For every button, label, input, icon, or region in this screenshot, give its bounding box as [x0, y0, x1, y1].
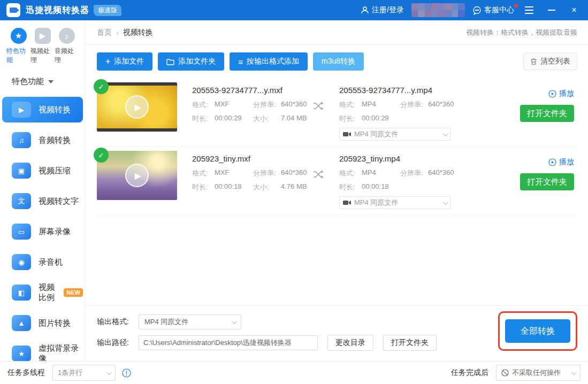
tab-video-processing-label: 视频处理	[30, 47, 55, 65]
output-format-value: MP4 同原文件	[354, 129, 398, 139]
play-label: 播放	[559, 89, 574, 98]
breadcrumb-home[interactable]: 首页	[97, 28, 112, 37]
global-format-value: MP4 同原文件	[144, 317, 188, 327]
chevron-down-icon	[443, 199, 448, 205]
sidebar-section-header[interactable]: 特色功能	[0, 70, 85, 92]
play-link[interactable]: 播放	[548, 157, 574, 167]
breadcrumb-current: 视频转换	[123, 28, 153, 37]
source-file-info: 205923_tiny.mxf 格式: MXF 分辨率: 640*360 时长:…	[192, 151, 307, 196]
chevron-down-icon	[106, 370, 112, 375]
resolution-value: 640*360	[281, 100, 307, 110]
video-thumbnail[interactable]: ▶ ✓	[97, 82, 177, 132]
title-bar: 迅捷视频转换器 极速版 注册/登录 客服中心 ×	[0, 0, 588, 20]
convert-all-button[interactable]: 全部转换	[505, 319, 570, 343]
app-title: 迅捷视频转换器	[26, 5, 89, 16]
after-task-dropdown[interactable]: 不采取任何操作	[496, 365, 581, 381]
sidebar-item-video-ratio[interactable]: ◧ 视频比例 NEW	[2, 280, 83, 305]
trash-icon	[530, 58, 537, 65]
thread-label: 任务多线程	[7, 368, 45, 378]
output-settings: 输出格式: MP4 同原文件 输出路径: 更改目录 打开文件夹 全部转换	[86, 305, 588, 361]
size-label: 大小:	[253, 114, 281, 124]
sidebar-item-voice-recorder[interactable]: ◉ 录音机	[2, 249, 83, 275]
app-logo-icon	[6, 3, 20, 17]
source-filename: 205553-92734777...y.mxf	[192, 86, 307, 95]
minimize-button[interactable]	[544, 3, 559, 18]
output-format-dropdown[interactable]: MP4 同原文件	[339, 196, 450, 209]
after-task-label: 任务完成后	[451, 368, 488, 378]
resolution-label: 分辨率:	[253, 100, 281, 110]
output-format-label: 输出格式:	[97, 317, 139, 327]
format-value: MXF	[215, 100, 253, 110]
login-button[interactable]: 注册/登录	[361, 5, 404, 15]
sidebar-item-label: 视频压缩	[39, 166, 71, 176]
service-center-label: 客服中心	[484, 5, 514, 15]
service-center-button[interactable]: 客服中心	[472, 5, 514, 15]
video-ratio-icon: ◧	[12, 285, 31, 301]
music-note-icon: ♪	[59, 28, 75, 44]
duration-value: 00:00:18	[362, 182, 400, 192]
sidebar-item-video-compress[interactable]: ▣ 视频压缩	[2, 158, 83, 183]
sidebar-item-label: 视频转换	[39, 105, 71, 115]
sidebar-item-video-convert[interactable]: ▶ 视频转换	[2, 97, 83, 122]
success-check-icon: ✓	[94, 79, 109, 94]
play-link[interactable]: 播放	[548, 89, 574, 98]
main-area: 首页 › 视频转换 视频转换：格式转换，视频提取音频 + 添加文件 添加文件夹 …	[86, 20, 588, 361]
censored-banner	[411, 3, 465, 17]
screen-record-icon: ▭	[12, 224, 31, 240]
format-label: 格式:	[339, 100, 362, 110]
output-filename: 205553-92734777...y.mp4	[339, 86, 465, 95]
clear-list-button[interactable]: 清空列表	[523, 53, 577, 70]
clear-list-label: 清空列表	[540, 57, 570, 66]
add-folder-button[interactable]: 添加文件夹	[158, 52, 224, 71]
duration-label: 时长:	[192, 182, 215, 192]
virtual-bg-record-icon: ★	[12, 345, 31, 362]
sidebar-item-video-to-text[interactable]: 文 视频转文字	[2, 188, 83, 214]
chat-icon	[472, 6, 482, 15]
video-thumbnail[interactable]: ▶ ✓	[97, 151, 177, 200]
change-dir-button[interactable]: 更改目录	[327, 335, 373, 351]
resolution-label: 分辨率:	[400, 100, 428, 110]
m3u8-convert-button[interactable]: m3u8转换	[313, 52, 364, 71]
info-icon[interactable]	[122, 368, 131, 378]
user-icon	[361, 6, 369, 14]
duration-label: 时长:	[339, 114, 362, 124]
output-filename: 205923_tiny.mp4	[339, 154, 465, 163]
output-format-dropdown[interactable]: MP4 同原文件	[339, 128, 450, 141]
new-badge: NEW	[64, 288, 83, 297]
menu-button[interactable]	[522, 3, 537, 18]
add-file-button[interactable]: + 添加文件	[97, 52, 152, 71]
open-folder-button[interactable]: 打开文件夹	[520, 173, 574, 190]
sidebar-item-label: 屏幕录像	[39, 227, 71, 237]
video-compress-icon: ▣	[12, 163, 31, 179]
breadcrumb: 首页 › 视频转换 视频转换：格式转换，视频提取音频	[86, 20, 588, 45]
output-path-input[interactable]	[139, 335, 318, 350]
sidebar-item-image-convert[interactable]: ▲ 图片转换	[2, 310, 83, 336]
list-icon: ≡	[238, 57, 243, 66]
source-file-info: 205553-92734777...y.mxf 格式: MXF 分辨率: 640…	[192, 82, 307, 128]
thread-dropdown[interactable]: 1条并行	[52, 365, 116, 381]
global-format-dropdown[interactable]: MP4 同原文件	[139, 314, 241, 329]
output-file-info: 205923_tiny.mp4 格式: MP4 分辨率: 640*360 时长:…	[339, 151, 465, 209]
status-bar: 任务多线程 1条并行 任务完成后 不采取任何操作	[0, 361, 588, 384]
duration-value: 00:00:29	[362, 114, 400, 124]
thread-value: 1条并行	[58, 368, 82, 378]
after-task-value: 不采取任何操作	[512, 368, 561, 378]
chevron-down-icon	[571, 370, 577, 375]
add-by-format-button[interactable]: ≡ 按输出格式添加	[230, 52, 308, 71]
open-folder-button[interactable]: 打开文件夹	[520, 105, 574, 122]
play-circle-icon	[548, 158, 556, 166]
play-overlay-icon[interactable]: ▶	[125, 164, 149, 187]
output-file-info: 205553-92734777...y.mp4 格式: MP4 分辨率: 640…	[339, 82, 465, 141]
notification-dot	[514, 4, 518, 7]
output-path-label: 输出路径:	[97, 338, 139, 348]
play-overlay-icon[interactable]: ▶	[125, 95, 149, 119]
sidebar-item-screen-record[interactable]: ▭ 屏幕录像	[2, 219, 83, 244]
add-by-format-label: 按输出格式添加	[247, 57, 299, 66]
format-label: 格式:	[192, 168, 215, 178]
sidebar-item-audio-convert[interactable]: ♫ 音频转换	[2, 127, 83, 153]
close-button[interactable]: ×	[567, 3, 582, 18]
tab-audio-processing[interactable]: ♪ 音频处理	[55, 28, 79, 65]
tab-video-processing[interactable]: ▶ 视频处理	[30, 28, 55, 65]
tab-featured[interactable]: ★ 特色功能	[6, 28, 30, 65]
open-output-folder-button[interactable]: 打开文件夹	[383, 335, 437, 351]
